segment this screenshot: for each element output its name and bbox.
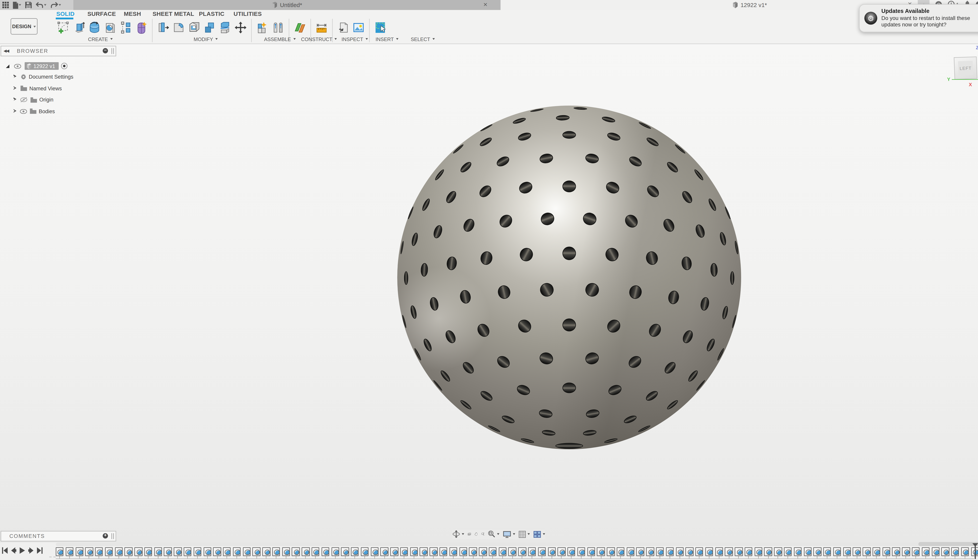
- timeline-feature-hole-feature[interactable]: [607, 547, 614, 556]
- grid-settings-icon[interactable]: [519, 531, 526, 538]
- timeline-feature-hole-feature[interactable]: [548, 547, 556, 556]
- hole-feature-icon[interactable]: [56, 547, 63, 556]
- hole-feature-icon[interactable]: [115, 547, 123, 556]
- timeline-feature-hole-feature[interactable]: [626, 547, 634, 556]
- hole-feature-icon[interactable]: [381, 547, 388, 556]
- hole-feature-icon[interactable]: [528, 547, 536, 556]
- hole-feature-icon[interactable]: [902, 547, 910, 556]
- tab-solid[interactable]: SOLID: [56, 10, 75, 17]
- timeline-feature-hole-feature[interactable]: [282, 547, 290, 556]
- expand-chevron-icon[interactable]: [13, 86, 17, 90]
- timeline-feature-hole-feature[interactable]: [312, 547, 319, 556]
- browser-drag-handle[interactable]: [112, 48, 114, 54]
- timeline-feature-hole-feature[interactable]: [341, 547, 349, 556]
- grid-settings-caret[interactable]: [527, 533, 530, 535]
- hole-feature-icon[interactable]: [174, 547, 182, 556]
- hole-feature-icon[interactable]: [863, 547, 870, 556]
- timeline-feature-hole-feature[interactable]: [420, 547, 427, 556]
- hole-feature-icon[interactable]: [744, 547, 753, 556]
- hole-feature-icon[interactable]: [184, 547, 192, 556]
- timeline-feature-hole-feature[interactable]: [469, 547, 477, 556]
- browser-item-label[interactable]: Document Settings: [29, 74, 73, 80]
- timeline-feature-hole-feature[interactable]: [863, 547, 870, 556]
- fillet-icon[interactable]: [172, 21, 185, 34]
- browser-row-bodies[interactable]: Bodies: [13, 107, 55, 115]
- timeline-feature-hole-feature[interactable]: [134, 547, 142, 556]
- comments-panel-header[interactable]: COMMENTS +: [1, 531, 116, 541]
- tab-sheet-metal[interactable]: SHEET METAL: [153, 10, 194, 17]
- hole-feature-icon[interactable]: [813, 547, 821, 556]
- timeline-playhead[interactable]: [972, 543, 978, 560]
- timeline-feature-hole-feature[interactable]: [961, 547, 969, 556]
- timeline-feature-hole-feature[interactable]: [154, 547, 162, 556]
- view-cube-face[interactable]: LEFT: [954, 56, 977, 79]
- browser-item-label[interactable]: Named Views: [29, 85, 62, 91]
- hole-feature-icon[interactable]: [843, 547, 851, 556]
- move-copy-icon[interactable]: [234, 21, 247, 34]
- timeline-feature-hole-feature[interactable]: [125, 547, 132, 556]
- browser-row-origin[interactable]: Origin: [13, 96, 53, 104]
- timeline-feature-hole-feature[interactable]: [361, 547, 369, 556]
- hole-feature-icon[interactable]: [567, 547, 575, 556]
- select-menu[interactable]: SELECT: [411, 36, 435, 42]
- hole-feature-icon[interactable]: [489, 547, 497, 556]
- create-form-icon[interactable]: [135, 21, 148, 34]
- timeline-feature-hole-feature[interactable]: [744, 547, 753, 556]
- hole-feature-icon[interactable]: [577, 547, 585, 556]
- hole-feature-icon[interactable]: [725, 547, 733, 556]
- timeline-feature-hole-feature[interactable]: [823, 547, 831, 556]
- hole-feature-icon[interactable]: [499, 547, 506, 556]
- timeline-feature-hole-feature[interactable]: [302, 547, 310, 556]
- timeline-feature-hole-feature[interactable]: [666, 547, 674, 556]
- inspect-menu[interactable]: INSPECT: [342, 36, 368, 42]
- hole-feature-icon[interactable]: [508, 547, 516, 556]
- expand-chevron-icon[interactable]: [13, 75, 17, 79]
- timeline-feature-hole-feature[interactable]: [528, 547, 536, 556]
- hole-feature-icon[interactable]: [272, 547, 280, 556]
- create-sketch-icon[interactable]: [57, 21, 70, 34]
- hole-feature-icon[interactable]: [95, 547, 103, 556]
- zoom-window-icon[interactable]: [487, 530, 495, 538]
- tab-close-icon[interactable]: ✕: [483, 1, 487, 9]
- timeline-feature-hole-feature[interactable]: [410, 547, 418, 556]
- hole-feature-icon[interactable]: [882, 547, 890, 556]
- hole-feature-icon[interactable]: [754, 547, 762, 556]
- hole-feature-icon[interactable]: [194, 547, 201, 556]
- expand-open-icon[interactable]: [6, 64, 9, 68]
- timeline-feature-hole-feature[interactable]: [676, 547, 684, 556]
- hole-feature-icon[interactable]: [85, 547, 93, 556]
- hole-feature-icon[interactable]: [686, 547, 693, 556]
- timeline-feature-hole-feature[interactable]: [636, 547, 644, 556]
- revolve-icon[interactable]: [88, 21, 101, 34]
- timeline-feature-hole-feature[interactable]: [794, 547, 801, 556]
- hole-feature-icon[interactable]: [243, 547, 250, 556]
- timeline-feature-hole-feature[interactable]: [85, 547, 93, 556]
- timeline-feature-hole-feature[interactable]: [784, 547, 792, 556]
- timeline-feature-hole-feature[interactable]: [381, 547, 388, 556]
- update-notification[interactable]: ⚙ Updates Available Do you want to resta…: [859, 4, 978, 32]
- timeline-feature-hole-feature[interactable]: [351, 547, 359, 556]
- tab-mesh[interactable]: MESH: [124, 10, 141, 17]
- hole-feature-icon[interactable]: [105, 547, 113, 556]
- undo-icon[interactable]: [36, 2, 43, 8]
- eye-hidden-icon[interactable]: [20, 97, 28, 103]
- hole-feature-icon[interactable]: [351, 547, 359, 556]
- hole-feature-icon[interactable]: [636, 547, 644, 556]
- timeline-feature-hole-feature[interactable]: [262, 547, 270, 556]
- eye-visible-icon[interactable]: [20, 109, 27, 113]
- timeline-feature-hole-feature[interactable]: [213, 547, 221, 556]
- hole-feature-icon[interactable]: [75, 547, 83, 556]
- timeline-feature-hole-feature[interactable]: [587, 547, 595, 556]
- timeline-feature-hole-feature[interactable]: [656, 547, 664, 556]
- hole-feature-icon[interactable]: [922, 547, 930, 556]
- assemble-menu[interactable]: ASSEMBLE: [264, 36, 295, 42]
- timeline-feature-hole-feature[interactable]: [715, 547, 723, 556]
- hole-feature-icon[interactable]: [892, 547, 900, 556]
- hole-feature-icon[interactable]: [715, 547, 723, 556]
- hole-icon[interactable]: [103, 21, 117, 34]
- timeline-feature-hole-feature[interactable]: [400, 547, 408, 556]
- timeline-feature-hole-feature[interactable]: [538, 547, 546, 556]
- hole-feature-icon[interactable]: [735, 547, 743, 556]
- hole-feature-icon[interactable]: [557, 547, 566, 556]
- comments-drag-handle[interactable]: [112, 533, 114, 539]
